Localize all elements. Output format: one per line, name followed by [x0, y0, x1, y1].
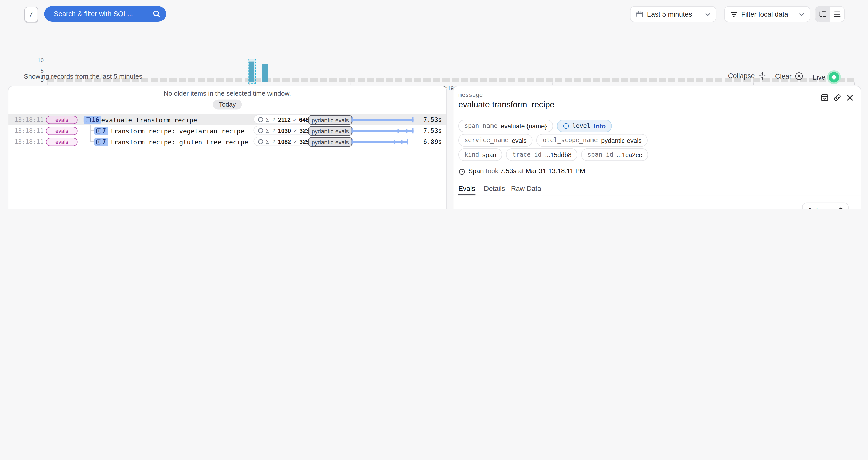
flat-list-toggle[interactable] [830, 6, 844, 22]
attr-service-name-pill[interactable]: service_name evals [458, 134, 533, 146]
histogram-bar[interactable] [262, 64, 268, 82]
level-value: Info [594, 123, 606, 129]
duration-text: 7.53s [424, 116, 442, 123]
span-name: transform_recipe: gluten_free_recipe [110, 138, 248, 146]
child-count: 7 [102, 127, 106, 134]
showing-records-text: Showing records from the last 5 minutes [24, 72, 143, 80]
filter-label: Filter local data [741, 10, 788, 18]
attr-trace-id-pill[interactable]: trace_id ...15ddb8 [506, 149, 578, 161]
tab-raw-data[interactable]: Raw Data [511, 185, 541, 193]
span-detail-panel: message evaluate transform_recipe [453, 86, 862, 209]
attr-span-id-pill[interactable]: span_id ...1ca2ce [582, 149, 649, 161]
took-word: took [486, 167, 498, 175]
x-tickmark [653, 83, 653, 85]
collapse-icon [758, 72, 766, 80]
plus-box-icon: + [96, 139, 101, 144]
coin-icon [258, 128, 264, 133]
x-tickmark [148, 83, 148, 85]
columns-button[interactable]: Columns [802, 203, 849, 209]
arrow-up-right-icon: ↗ [272, 128, 276, 133]
attr-otel-scope-pill[interactable]: otel_scope_name pydantic-evals [537, 134, 648, 146]
filter-local-data-button[interactable]: Filter local data [724, 6, 810, 22]
coin-icon [258, 139, 264, 144]
token-metrics-pill[interactable]: Σ ↗ 2112 ↙ 648 [253, 114, 313, 124]
chevron-up-down-icon [838, 207, 843, 209]
trace-row[interactable]: 13:18:11 evals + 7 transform_recipe: veg… [8, 125, 446, 136]
collapse-children-badge[interactable]: − 16 [84, 116, 101, 124]
at-word: at [518, 167, 524, 175]
x-tickmark [47, 83, 48, 85]
menu-lines-icon [833, 11, 841, 17]
filter-icon [730, 11, 737, 17]
service-tag-badge[interactable]: evals [46, 138, 78, 146]
attr-kind-pill[interactable]: kind span [458, 149, 502, 161]
attr-value: span [483, 152, 496, 158]
input-tokens: 2112 [278, 116, 290, 123]
otel-scope-chip[interactable]: pydantic-evals [308, 126, 352, 136]
x-tickmark [753, 83, 754, 85]
child-count: 7 [102, 138, 106, 145]
trace-row[interactable]: 13:18:11 evals − 16 evaluate transform_r… [8, 114, 446, 125]
level-badge[interactable]: level Info [557, 120, 612, 132]
expand-children-badge[interactable]: + 7 [94, 127, 108, 135]
arrow-down-left-icon: ↙ [293, 139, 298, 144]
collapse-label: Collapse [728, 72, 755, 80]
token-metrics-pill[interactable]: Σ ↗ 1030 ↙ 323 [253, 126, 313, 135]
slash-shortcut-key[interactable]: / [24, 6, 38, 22]
x-tickmark [249, 83, 250, 85]
empty-window-notice: No older items in the selected time wind… [8, 90, 446, 97]
span-word: Span [468, 167, 484, 175]
collapse-button[interactable]: Collapse [728, 72, 766, 80]
arrow-down-left-icon: ↙ [293, 117, 297, 122]
trace-row[interactable]: 13:18:11 evals + 7 transform_recipe: glu… [8, 136, 446, 147]
plus-box-icon: + [96, 128, 101, 133]
attr-key: otel_scope_name [543, 137, 598, 144]
tab-details[interactable]: Details [484, 185, 505, 193]
sigma-icon: Σ [266, 116, 269, 123]
token-metrics-pill[interactable]: Σ ↗ 1082 ↙ 325 [253, 137, 313, 146]
span-duration-line: Span took 7.53s at Mar 31 13:18:11 PM [458, 167, 585, 175]
attr-span-name-pill[interactable]: span_name evaluate {name} [458, 120, 553, 132]
x-tickmark [854, 83, 855, 85]
live-toggle[interactable]: Live [813, 72, 839, 83]
input-tokens: 1030 [278, 127, 291, 134]
sigma-icon: Σ [266, 127, 269, 134]
histogram-bar-selected[interactable] [249, 62, 254, 82]
output-tokens: 323 [299, 127, 309, 134]
time-range-button[interactable]: Last 5 minutes [630, 6, 716, 22]
detail-title: evaluate transform_recipe [458, 100, 554, 109]
took-timestamp: Mar 31 13:18:11 PM [526, 167, 585, 175]
tab-evals[interactable]: Evals [458, 185, 475, 193]
duration-bar [352, 127, 414, 134]
row-timestamp: 13:18:11 [14, 127, 44, 135]
attr-key: kind [464, 151, 479, 158]
attr-key: trace_id [513, 151, 542, 158]
date-separator-chip: Today [213, 100, 242, 110]
list-tree-icon [819, 10, 827, 18]
x-tickmark [552, 83, 552, 85]
expand-children-badge[interactable]: + 7 [94, 138, 108, 146]
attr-value: ...1ca2ce [617, 152, 643, 158]
attr-value: evals [512, 137, 527, 144]
stopwatch-icon [458, 167, 466, 175]
minus-box-icon: − [86, 117, 91, 122]
duration-bar [352, 116, 414, 123]
span-name: transform_recipe: vegetarian_recipe [110, 127, 244, 135]
tree-view-toggle[interactable] [815, 6, 830, 22]
otel-scope-chip[interactable]: pydantic-evals [308, 137, 352, 146]
row-timestamp: 13:18:11 [14, 138, 44, 145]
service-tag-badge[interactable]: evals [46, 127, 78, 135]
attr-value: pydantic-evals [601, 137, 642, 144]
tabs-divider [453, 195, 861, 195]
search-input[interactable]: Search & filter with SQL... [44, 6, 166, 22]
search-placeholder: Search & filter with SQL... [54, 10, 153, 18]
close-icon[interactable] [846, 93, 854, 102]
service-tag-badge[interactable]: evals [46, 116, 78, 124]
calendar-icon [636, 10, 644, 18]
clear-button[interactable]: Clear [775, 72, 803, 80]
otel-scope-chip[interactable]: pydantic-evals [308, 115, 352, 124]
open-in-panel-icon[interactable] [820, 93, 829, 102]
x-tickmark [350, 83, 350, 85]
arrow-up-right-icon: ↗ [272, 139, 276, 144]
copy-link-icon[interactable] [833, 93, 841, 102]
